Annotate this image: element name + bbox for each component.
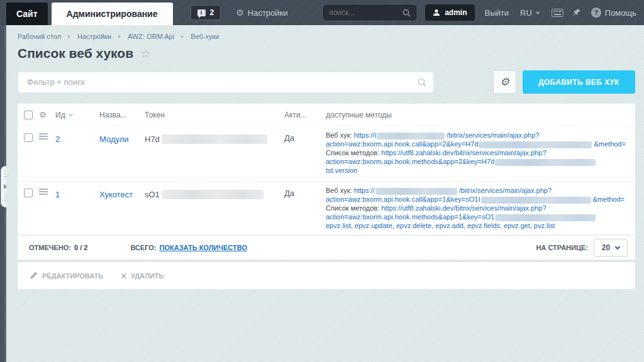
column-header-name[interactable]: Назва... bbox=[99, 111, 145, 119]
gear-icon: ⚙ bbox=[500, 75, 509, 89]
methods-url-link[interactable]: https://utf8.zahalski.dev/bitrix/service… bbox=[381, 149, 546, 156]
per-page-value: 20 bbox=[602, 243, 610, 252]
breadcrumb: Рабочий стол Настройки AWZ: ORM Api Веб-… bbox=[18, 33, 635, 40]
method-name-link[interactable]: tst.version bbox=[326, 167, 357, 174]
chevron-down-icon bbox=[535, 12, 540, 14]
show-count-link[interactable]: ПОКАЗАТЬ КОЛИЧЕСТВО bbox=[160, 244, 247, 251]
select-all-checkbox[interactable] bbox=[24, 111, 33, 119]
webhook-label: Веб хук: bbox=[326, 187, 354, 194]
token-value: H7d bbox=[145, 134, 160, 144]
topbar-settings-button[interactable]: ⚙ Настройки bbox=[236, 8, 287, 18]
webhook-url-link[interactable]: &method= bbox=[594, 140, 625, 148]
row-name-link[interactable]: Модули bbox=[99, 134, 129, 144]
webhook-url-link[interactable]: /bitrix/services/main/ajax.php? bbox=[447, 131, 539, 139]
row-menu-icon[interactable] bbox=[39, 133, 48, 140]
column-header-token[interactable]: Токен bbox=[145, 111, 284, 119]
row-checkbox[interactable] bbox=[24, 189, 33, 197]
methods-url-link[interactable]: action=awz:bxorm.api.hook.methods&app=2&… bbox=[326, 158, 494, 165]
column-header-id[interactable]: Ид bbox=[55, 111, 99, 119]
logout-link[interactable]: Выйти bbox=[485, 8, 509, 18]
webhook-url-link[interactable]: https://i bbox=[354, 131, 376, 139]
settings-label: Настройки bbox=[248, 8, 288, 18]
breadcrumb-desktop[interactable]: Рабочий стол bbox=[18, 33, 61, 40]
webhooks-table: ⚙ Ид Назва... Токен Акти... доступные ме… bbox=[18, 104, 635, 260]
per-page-select[interactable]: 20 bbox=[594, 239, 628, 257]
help-button[interactable]: ? Помощь bbox=[591, 8, 636, 18]
tab-site[interactable]: Сайт bbox=[6, 3, 48, 25]
grid-settings-button[interactable]: ⚙ bbox=[493, 70, 516, 94]
webhook-url-link[interactable]: /bitrix/services/main/ajax.php? bbox=[459, 187, 552, 194]
search-icon bbox=[402, 9, 411, 17]
notifications-badge[interactable]: i 2 bbox=[191, 5, 221, 20]
breadcrumb-separator-icon bbox=[68, 35, 70, 38]
breadcrumb-awz-orm-api[interactable]: AWZ: ORM Api bbox=[128, 33, 174, 40]
active-value: Да bbox=[284, 189, 326, 198]
token-value: sO1 bbox=[145, 190, 160, 199]
webhook-url-link[interactable]: https:// bbox=[354, 187, 375, 194]
delete-button[interactable]: × УДАЛИТЬ bbox=[121, 271, 164, 280]
methods-cell: Веб хук: https:///bitrix/services/main/a… bbox=[326, 186, 635, 230]
notification-bubble-icon: i bbox=[197, 9, 206, 16]
row-checkbox[interactable] bbox=[24, 133, 33, 142]
edit-button[interactable]: РЕДАКТИРОВАТЬ bbox=[30, 272, 103, 280]
per-page-label: НА СТРАНИЦЕ: bbox=[536, 244, 588, 251]
key-redacted-blur bbox=[479, 141, 592, 148]
row-id-link[interactable]: 1 bbox=[55, 190, 60, 199]
notifications-count: 2 bbox=[210, 8, 214, 17]
pin-icon[interactable] bbox=[572, 8, 581, 17]
x-icon: × bbox=[121, 271, 126, 280]
add-webhook-button[interactable]: ДОБАВИТЬ ВЕБ ХУК bbox=[523, 70, 635, 94]
topbar-search bbox=[323, 5, 416, 20]
key-redacted-blur bbox=[495, 214, 596, 221]
url-redacted-blur bbox=[377, 133, 445, 140]
topbar-search-input[interactable] bbox=[329, 8, 402, 17]
user-menu-button[interactable]: admin bbox=[425, 4, 474, 21]
sort-desc-icon bbox=[69, 112, 73, 116]
breadcrumb-separator-icon bbox=[118, 35, 121, 38]
webhook-url-link[interactable]: action=awz:bxorm.api.hook.call&app=1&key… bbox=[326, 195, 480, 203]
bulk-action-bar: РЕДАКТИРОВАТЬ × УДАЛИТЬ bbox=[18, 262, 635, 289]
marked-value: 0 / 2 bbox=[74, 244, 87, 251]
favorite-star-icon[interactable]: ☆ bbox=[140, 48, 151, 60]
total-label: ВСЕГО: bbox=[130, 244, 156, 251]
methods-url-link[interactable]: action=awz:bxorm.api.hook.methods&app=1&… bbox=[326, 213, 494, 221]
table-row: 2 Модули H7d Да Веб хук: https://i/bitri… bbox=[18, 126, 635, 182]
filter-search-input[interactable] bbox=[18, 72, 434, 93]
page-title: Список веб хуков bbox=[18, 46, 133, 61]
row-menu-icon[interactable] bbox=[39, 189, 48, 195]
row-name-link[interactable]: Хукотест bbox=[99, 190, 133, 199]
column-header-active[interactable]: Акти... bbox=[284, 111, 326, 119]
hotkeys-icon[interactable] bbox=[552, 9, 564, 17]
breadcrumb-separator-icon bbox=[181, 35, 184, 38]
language-dropdown[interactable]: RU bbox=[520, 8, 540, 18]
column-header-methods[interactable]: доступные методы bbox=[326, 111, 635, 119]
main-content: Рабочий стол Настройки AWZ: ORM Api Веб-… bbox=[6, 25, 644, 362]
language-label: RU bbox=[520, 8, 532, 18]
token-redacted-blur bbox=[162, 134, 267, 144]
row-id-link[interactable]: 2 bbox=[55, 134, 60, 144]
url-redacted-blur bbox=[375, 188, 457, 195]
webhook-url-link[interactable]: &method= bbox=[593, 195, 625, 203]
methods-url-link[interactable]: https://utf8.zahalski.dev/bitrix/service… bbox=[381, 204, 546, 212]
tab-administration[interactable]: Администрирование bbox=[52, 3, 173, 25]
help-icon: ? bbox=[591, 8, 601, 18]
user-icon bbox=[433, 9, 440, 16]
key-redacted-blur bbox=[481, 197, 591, 204]
gear-icon: ⚙ bbox=[236, 8, 244, 18]
user-label: admin bbox=[445, 8, 467, 17]
method-name-link[interactable]: epvz.list, epvz.update, epvz.delete, epv… bbox=[326, 222, 555, 229]
filter-search-box bbox=[18, 72, 434, 93]
table-footer: ОТМЕЧЕНО: 0 / 2 ВСЕГО: ПОКАЗАТЬ КОЛИЧЕСТ… bbox=[18, 235, 635, 260]
breadcrumb-webhooks[interactable]: Веб-хуки bbox=[191, 33, 219, 40]
methods-list-label: Список методов: bbox=[326, 149, 381, 156]
logout-label: Выйти bbox=[485, 8, 509, 18]
webhook-label: Веб хук: bbox=[326, 131, 354, 139]
webhook-url-link[interactable]: action=awz:bxorm.api.hook.call&app=2&key… bbox=[326, 140, 478, 148]
gear-icon[interactable]: ⚙ bbox=[39, 110, 47, 119]
table-row: 1 Хукотест sO1 Да Веб хук: https:///bitr… bbox=[18, 182, 635, 235]
methods-cell: Веб хук: https://i/bitrix/services/main/… bbox=[326, 131, 635, 175]
breadcrumb-settings[interactable]: Настройки bbox=[77, 33, 111, 40]
help-label: Помощь bbox=[605, 8, 636, 18]
pencil-icon bbox=[30, 272, 38, 280]
chevron-down-icon bbox=[615, 244, 620, 249]
